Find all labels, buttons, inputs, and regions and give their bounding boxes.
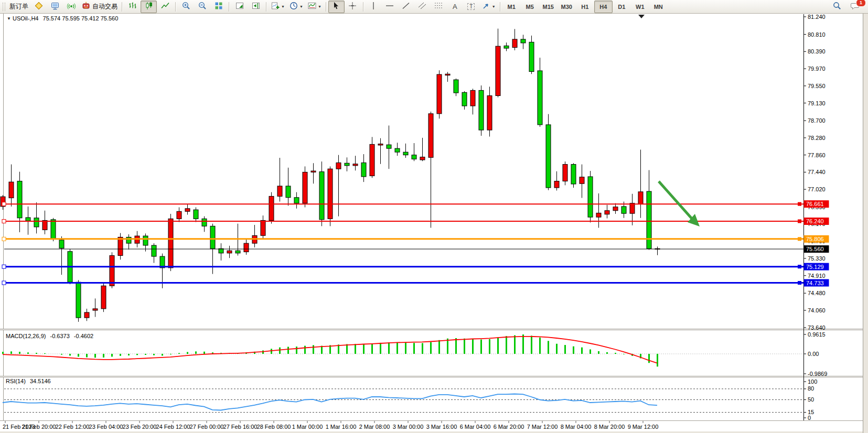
chevron-down-icon: ▼	[299, 5, 303, 8]
chevron-down-icon: ▼	[492, 5, 496, 8]
candle-body	[387, 145, 391, 148]
candle-body	[101, 286, 106, 309]
chevron-down-icon: ▼	[281, 5, 285, 8]
arrows-tool-button[interactable]: ▼	[479, 1, 498, 13]
timeframe-button-m30[interactable]: M30	[558, 1, 576, 13]
candle-body	[613, 207, 618, 211]
indicators-button[interactable]: ▼	[305, 1, 324, 13]
fibonacci-tool-button[interactable]	[431, 1, 447, 13]
candle-body	[445, 74, 450, 75]
line-anchor-handle[interactable]	[2, 202, 6, 206]
timeframe-button-m5[interactable]: M5	[521, 1, 539, 13]
line-anchor-handle[interactable]	[2, 281, 6, 285]
chart-shift-button[interactable]	[248, 1, 264, 13]
symbol-dropdown-icon[interactable]: ▼	[7, 16, 11, 21]
timeframe-button-d1[interactable]: D1	[613, 1, 631, 13]
channel-tool-button[interactable]	[414, 1, 431, 13]
price-tick-label: 78.700	[808, 117, 826, 124]
time-tick-label: 27 Feb 16:00	[223, 424, 258, 430]
line-anchor-handle[interactable]	[798, 237, 801, 241]
candle-body	[202, 219, 207, 226]
virtual-hosting-button[interactable]	[47, 1, 63, 13]
signals-button[interactable]	[63, 1, 79, 13]
candle-body	[168, 219, 173, 268]
zoom-out-icon	[198, 1, 207, 12]
line-anchor-handle[interactable]	[798, 202, 801, 206]
text-label-tool-button[interactable]: T	[463, 1, 479, 13]
candle-body	[244, 243, 249, 252]
line-anchor-handle[interactable]	[798, 220, 801, 223]
search-button[interactable]	[829, 1, 845, 13]
line-anchor-handle[interactable]	[2, 265, 6, 268]
candle-body	[311, 171, 316, 172]
price-tick-label: 78.280	[808, 135, 826, 141]
line-anchor-handle[interactable]	[2, 220, 6, 223]
candlestick-mode-button[interactable]	[141, 1, 157, 13]
mql5-market-button[interactable]	[30, 1, 47, 13]
chart-canvas[interactable]: 81.24080.81080.39079.97079.55079.13078.7…	[0, 0, 868, 433]
timeframe-toolbar: M1M5M15M30H1H4D1W1MN	[502, 1, 668, 13]
line-anchor-handle[interactable]	[2, 237, 6, 241]
trendline-tool-button[interactable]	[398, 1, 414, 13]
price-tick-label: 74.480	[808, 290, 826, 296]
price-badge-label: 75.129	[806, 264, 824, 270]
timeframe-button-m15[interactable]: M15	[539, 1, 558, 13]
autotrading-button[interactable]: 自动交易	[79, 1, 120, 13]
candle-body	[93, 309, 98, 310]
zoom-out-button[interactable]	[194, 1, 210, 13]
cursor-tool-button[interactable]	[328, 1, 345, 13]
fibonacci-icon	[434, 1, 443, 12]
time-tick-label: 6 Mar 20:00	[494, 424, 524, 430]
chart-title: ▼ USOil-,H4 75.574 75.595 75.412 75.560	[7, 15, 118, 21]
timeframe-button-mn[interactable]: MN	[649, 1, 668, 13]
auto-scroll-button[interactable]	[231, 1, 248, 13]
time-tick-label: 3 Mar 16:00	[426, 424, 457, 430]
tile-windows-button[interactable]	[210, 1, 227, 13]
candle-body	[261, 220, 265, 235]
candle-body	[361, 163, 366, 177]
vertical-line-tool-button[interactable]	[366, 1, 382, 13]
main-toolbar: 新订单 自动交易	[0, 0, 868, 14]
candle-body	[336, 163, 341, 169]
macd-tick-label: 0.9615	[808, 331, 826, 338]
time-tick-label: 3 Mar 00:00	[393, 424, 424, 430]
zoom-in-button[interactable]	[178, 1, 194, 13]
timeframe-button-m1[interactable]: M1	[502, 1, 521, 13]
candle-body	[277, 186, 282, 197]
timeframe-button-w1[interactable]: W1	[631, 1, 649, 13]
candle-body	[621, 207, 626, 213]
candle-body	[496, 46, 500, 95]
text-tool-button[interactable]: A	[447, 1, 463, 13]
line-chart-icon	[160, 1, 170, 12]
candle-body	[59, 240, 64, 248]
rsi-tick-label: 50	[808, 396, 814, 403]
candle-body	[152, 245, 156, 256]
horizontal-line-tool-button[interactable]	[382, 1, 398, 13]
crosshair-tool-button[interactable]	[345, 1, 361, 13]
time-tick-label: 23 Feb 04:00	[89, 424, 123, 430]
candle-body	[395, 148, 400, 152]
timeframe-button-h1[interactable]: H1	[576, 1, 594, 13]
new-chart-button[interactable]: ▼	[269, 1, 287, 13]
candle-body	[454, 80, 458, 93]
candle-body	[638, 192, 643, 204]
time-tick-label: 24 Feb 12:00	[156, 424, 190, 430]
candle-body	[571, 165, 576, 184]
price-tick-label: 79.130	[808, 100, 826, 106]
time-tick-label: 1 Mar 00:00	[292, 424, 323, 430]
time-tick-label: 27 Feb 00:00	[190, 424, 224, 430]
chat-button[interactable]: 1	[847, 1, 863, 13]
new-order-button[interactable]: 新订单	[7, 1, 30, 13]
periods-button[interactable]: ▼	[287, 1, 305, 13]
toolbar-grip[interactable]	[3, 3, 5, 11]
rsi-tick-label: 0	[808, 415, 811, 421]
autotrading-robot-icon	[81, 1, 91, 12]
timeframe-button-h4[interactable]: H4	[594, 1, 613, 13]
candle-body	[286, 186, 291, 198]
line-chart-mode-button[interactable]	[157, 1, 173, 13]
candle-body	[378, 144, 383, 145]
line-anchor-handle[interactable]	[798, 265, 801, 268]
bar-chart-mode-button[interactable]	[124, 1, 141, 13]
time-tick-label: 7 Mar 12:00	[527, 424, 558, 430]
line-anchor-handle[interactable]	[798, 281, 801, 285]
